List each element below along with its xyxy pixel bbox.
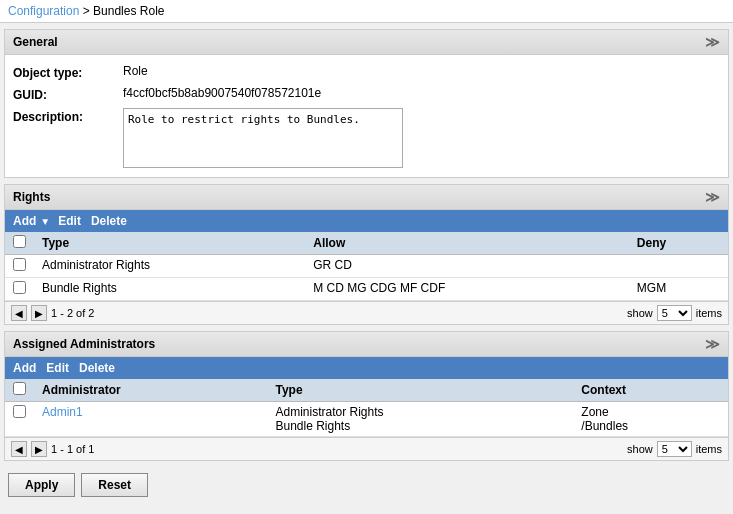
rights-items-label: items <box>696 307 722 319</box>
admins-delete-button[interactable]: Delete <box>77 360 117 376</box>
admins-pagination: ◀ ▶ 1 - 1 of 1 show 5 10 25 items <box>5 437 728 460</box>
breadcrumb-current: Bundles Role <box>93 4 164 18</box>
admins-row-cb <box>5 402 34 437</box>
admins-next-button[interactable]: ▶ <box>31 441 47 457</box>
object-type-value: Role <box>123 64 720 78</box>
rights-row-checkbox[interactable] <box>13 281 26 294</box>
admins-add-button[interactable]: Add <box>11 360 38 376</box>
rights-header-type: Type <box>34 232 305 255</box>
admins-section-title: Assigned Administrators <box>13 337 155 351</box>
rights-table: Type Allow Deny Administrator Rights GR … <box>5 232 728 301</box>
admins-toolbar: Add Edit Delete <box>5 357 728 379</box>
rights-collapse-icon[interactable]: ≫ <box>705 189 720 205</box>
rights-row-allow: M CD MG CDG MF CDF <box>305 278 629 301</box>
admins-header-administrator: Administrator <box>34 379 267 402</box>
rights-row-cb <box>5 255 34 278</box>
rights-add-button-group[interactable]: Add ▼ <box>11 213 50 229</box>
rights-row-allow: GR CD <box>305 255 629 278</box>
rights-row-checkbox[interactable] <box>13 258 26 271</box>
rights-header-deny: Deny <box>629 232 728 255</box>
admins-header-cb <box>5 379 34 402</box>
rights-next-button[interactable]: ▶ <box>31 305 47 321</box>
rights-show-label: show <box>627 307 653 319</box>
admins-row-context: Zone/Bundles <box>573 402 728 437</box>
admins-row-administrator: Admin1 <box>34 402 267 437</box>
admins-edit-button[interactable]: Edit <box>44 360 71 376</box>
table-row: Admin1 Administrator RightsBundle Rights… <box>5 402 728 437</box>
admins-page-info: 1 - 1 of 1 <box>51 443 94 455</box>
rights-row-cb <box>5 278 34 301</box>
rights-row-deny: MGM <box>629 278 728 301</box>
admins-table-header-row: Administrator Type Context <box>5 379 728 402</box>
table-row: Bundle Rights M CD MG CDG MF CDF MGM <box>5 278 728 301</box>
admins-row-checkbox[interactable] <box>13 405 26 418</box>
admins-header-context: Context <box>573 379 728 402</box>
rights-prev-button[interactable]: ◀ <box>11 305 27 321</box>
breadcrumb-parent-link[interactable]: Configuration <box>8 4 79 18</box>
admins-show-select[interactable]: 5 10 25 <box>657 441 692 457</box>
rights-pagination-left: ◀ ▶ 1 - 2 of 2 <box>11 305 94 321</box>
object-type-row: Object type: Role <box>5 61 728 83</box>
footer-buttons: Apply Reset <box>0 467 733 503</box>
rights-row-type: Administrator Rights <box>34 255 305 278</box>
admins-table: Administrator Type Context Admin1 Admini… <box>5 379 728 437</box>
admins-select-all[interactable] <box>13 382 26 395</box>
rights-table-header-row: Type Allow Deny <box>5 232 728 255</box>
admins-row-type: Administrator RightsBundle Rights <box>267 402 573 437</box>
general-collapse-icon[interactable]: ≫ <box>705 34 720 50</box>
rights-pagination: ◀ ▶ 1 - 2 of 2 show 5 10 25 items <box>5 301 728 324</box>
rights-section: Rights ≫ Add ▼ Edit Delete Type Allow De… <box>4 184 729 325</box>
rights-pagination-right: show 5 10 25 items <box>627 305 722 321</box>
rights-select-all[interactable] <box>13 235 26 248</box>
description-label: Description: <box>13 108 123 124</box>
admins-section-header: Assigned Administrators ≫ <box>5 332 728 357</box>
rights-header-allow: Allow <box>305 232 629 255</box>
guid-value: f4ccf0bcf5b8ab9007540f078572101e <box>123 86 720 100</box>
general-section: General ≫ Object type: Role GUID: f4ccf0… <box>4 29 729 178</box>
admins-collapse-icon[interactable]: ≫ <box>705 336 720 352</box>
general-content: Object type: Role GUID: f4ccf0bcf5b8ab90… <box>5 55 728 177</box>
admins-header-type: Type <box>267 379 573 402</box>
breadcrumb-separator: > <box>83 4 90 18</box>
description-input[interactable] <box>123 108 403 168</box>
rights-header-cb <box>5 232 34 255</box>
admins-pagination-right: show 5 10 25 items <box>627 441 722 457</box>
apply-button[interactable]: Apply <box>8 473 75 497</box>
admin-link[interactable]: Admin1 <box>42 405 83 419</box>
rights-show-select[interactable]: 5 10 25 <box>657 305 692 321</box>
admins-show-label: show <box>627 443 653 455</box>
object-type-label: Object type: <box>13 64 123 80</box>
admins-section: Assigned Administrators ≫ Add Edit Delet… <box>4 331 729 461</box>
rights-row-deny <box>629 255 728 278</box>
admins-pagination-left: ◀ ▶ 1 - 1 of 1 <box>11 441 94 457</box>
general-section-header: General ≫ <box>5 30 728 55</box>
guid-label: GUID: <box>13 86 123 102</box>
rights-row-type: Bundle Rights <box>34 278 305 301</box>
rights-toolbar: Add ▼ Edit Delete <box>5 210 728 232</box>
rights-add-dropdown-icon[interactable]: ▼ <box>40 216 50 227</box>
admins-prev-button[interactable]: ◀ <box>11 441 27 457</box>
description-row: Description: <box>5 105 728 171</box>
rights-section-title: Rights <box>13 190 50 204</box>
guid-row: GUID: f4ccf0bcf5b8ab9007540f078572101e <box>5 83 728 105</box>
general-section-title: General <box>13 35 58 49</box>
rights-page-info: 1 - 2 of 2 <box>51 307 94 319</box>
table-row: Administrator Rights GR CD <box>5 255 728 278</box>
rights-section-header: Rights ≫ <box>5 185 728 210</box>
breadcrumb: Configuration > Bundles Role <box>0 0 733 23</box>
rights-edit-button[interactable]: Edit <box>56 213 83 229</box>
admins-items-label: items <box>696 443 722 455</box>
rights-add-button[interactable]: Add <box>11 213 38 229</box>
reset-button[interactable]: Reset <box>81 473 148 497</box>
rights-delete-button[interactable]: Delete <box>89 213 129 229</box>
